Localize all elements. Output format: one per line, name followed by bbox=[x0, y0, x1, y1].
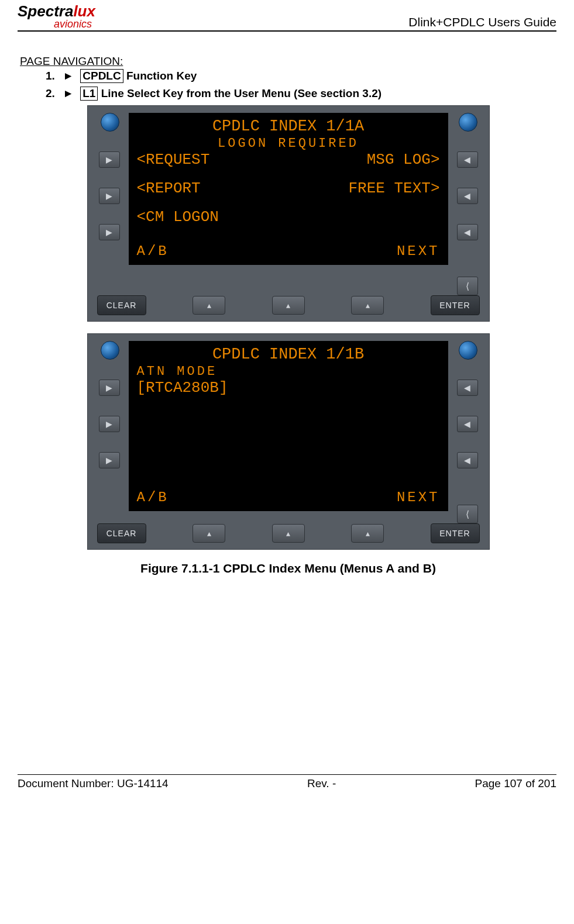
lsk-l2[interactable]: ▶ bbox=[99, 188, 120, 204]
lsk-label-msglog: MSG LOG> bbox=[367, 151, 440, 169]
rocker-2[interactable]: ▴ bbox=[272, 524, 305, 543]
lsk-label-atnmode: [RTCA280B] bbox=[137, 379, 228, 397]
lsk-label-report: <REPORT bbox=[137, 180, 201, 198]
mcdu-device-a: ▶ ▶ ▶ CPDLC INDEX 1/1A LOGON REQUIRED <R… bbox=[87, 105, 490, 322]
footer-ab: A/B bbox=[137, 243, 169, 259]
logo-sub: avionics bbox=[18, 19, 95, 29]
screen-subtitle: LOGON REQUIRED bbox=[137, 136, 440, 151]
nav-item-1: 1. ► CPDLC Function Key bbox=[46, 69, 556, 83]
nav-heading: PAGE NAVIGATION: bbox=[20, 55, 556, 68]
figure-caption: Figure 7.1.1-1 CPDLC Index Menu (Menus A… bbox=[20, 561, 556, 575]
lsk-l3[interactable]: ▶ bbox=[99, 452, 120, 468]
cue-light-icon bbox=[101, 341, 119, 360]
screen-title: CPDLC INDEX 1/1B bbox=[137, 346, 440, 363]
rocker-1[interactable]: ▴ bbox=[193, 296, 225, 315]
enter-button[interactable]: ENTER bbox=[431, 523, 480, 543]
cue-light-icon bbox=[101, 113, 119, 132]
clear-button[interactable]: CLEAR bbox=[97, 523, 146, 543]
lsk-l1[interactable]: ▶ bbox=[99, 380, 120, 396]
screen-b: CPDLC INDEX 1/1B ATN MODE [RTCA280B] A/B… bbox=[129, 341, 448, 511]
lsk-r1[interactable]: ◀ bbox=[457, 151, 478, 168]
logo-black: Spectra bbox=[18, 2, 73, 20]
lsk-label-freetext: FREE TEXT> bbox=[348, 180, 439, 198]
back-button[interactable]: ⟨ bbox=[457, 277, 478, 295]
clear-button[interactable]: CLEAR bbox=[97, 295, 146, 315]
enter-button[interactable]: ENTER bbox=[431, 295, 480, 315]
lsk-r1[interactable]: ◀ bbox=[457, 380, 478, 396]
nav-item-2: 2. ► L1 Line Select Key from the User Me… bbox=[46, 87, 556, 101]
mcdu-device-b: ▶ ▶ ▶ CPDLC INDEX 1/1B ATN MODE [RTCA280… bbox=[87, 333, 490, 550]
footer-ab: A/B bbox=[137, 489, 169, 505]
lsk-r2[interactable]: ◀ bbox=[457, 188, 478, 204]
rocker-3[interactable]: ▴ bbox=[351, 296, 384, 315]
footer-rev: Rev. - bbox=[307, 777, 336, 790]
l1-key-box: L1 bbox=[80, 87, 98, 101]
doc-title: Dlink+CPDLC Users Guide bbox=[408, 15, 556, 29]
footer-page: Page 107 of 201 bbox=[475, 777, 556, 790]
lsk-label-cmlogon: <CM LOGON bbox=[137, 208, 219, 226]
cue-light-icon bbox=[459, 113, 477, 132]
lsk-r3[interactable]: ◀ bbox=[457, 452, 478, 468]
logo: Spectralux avionics bbox=[18, 4, 95, 29]
play-arrow-icon: ► bbox=[63, 87, 74, 100]
cpdlc-key-box: CPDLC bbox=[80, 69, 123, 83]
screen-a: CPDLC INDEX 1/1A LOGON REQUIRED <REQUEST… bbox=[129, 113, 448, 265]
play-arrow-icon: ► bbox=[63, 70, 74, 82]
logo-red: lux bbox=[73, 2, 95, 20]
lsk-l3[interactable]: ▶ bbox=[99, 224, 120, 240]
lsk-r2[interactable]: ◀ bbox=[457, 416, 478, 432]
lsk-r3[interactable]: ◀ bbox=[457, 224, 478, 240]
footer-next: NEXT bbox=[397, 489, 440, 505]
lsk-l1[interactable]: ▶ bbox=[99, 151, 120, 168]
footer-next: NEXT bbox=[397, 243, 440, 259]
lsk-label-request: <REQUEST bbox=[137, 151, 210, 169]
screen-title: CPDLC INDEX 1/1A bbox=[137, 118, 440, 135]
back-button[interactable]: ⟨ bbox=[457, 505, 478, 523]
rocker-3[interactable]: ▴ bbox=[351, 524, 384, 543]
rocker-1[interactable]: ▴ bbox=[193, 524, 225, 543]
rocker-2[interactable]: ▴ bbox=[272, 296, 305, 315]
lsk-l2[interactable]: ▶ bbox=[99, 416, 120, 432]
footer-docnum: Document Number: UG-14114 bbox=[18, 777, 169, 790]
screen-subtitle: ATN MODE bbox=[137, 364, 440, 379]
cue-light-icon bbox=[459, 341, 477, 360]
